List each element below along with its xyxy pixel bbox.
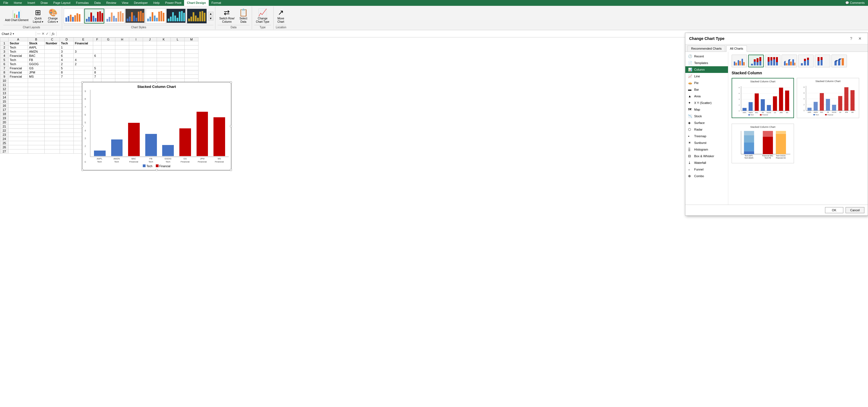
row-header[interactable]: 14 xyxy=(0,95,9,99)
sidebar-item-box-whisker[interactable]: ⊟ Box & Whisker xyxy=(685,153,728,159)
tab-page-layout[interactable]: Page Layout xyxy=(51,0,73,6)
chart-style-thumb-1[interactable] xyxy=(64,9,84,24)
row-header[interactable]: 10 xyxy=(0,79,9,83)
resize-handle-bm[interactable] xyxy=(156,169,158,171)
name-box-dropdown-icon[interactable]: ▾ xyxy=(13,32,14,35)
table-cell[interactable]: Financial xyxy=(9,74,28,79)
table-cell[interactable] xyxy=(185,66,198,70)
table-cell[interactable] xyxy=(44,50,60,54)
row-header[interactable]: 21 xyxy=(0,124,9,129)
sidebar-item-templates[interactable]: 📄 Templates xyxy=(685,60,728,66)
table-cell[interactable] xyxy=(74,45,93,50)
table-cell[interactable]: Financial xyxy=(74,41,93,45)
table-cell[interactable] xyxy=(44,54,60,58)
table-cell[interactable] xyxy=(60,83,74,87)
table-cell[interactable]: 2 xyxy=(60,62,74,66)
table-cell[interactable] xyxy=(101,70,115,74)
table-cell[interactable] xyxy=(185,41,198,45)
table-cell[interactable] xyxy=(44,66,60,70)
sidebar-item-area[interactable]: ▲ Area xyxy=(685,93,728,99)
table-cell[interactable] xyxy=(60,99,74,104)
col-header-d[interactable]: D xyxy=(60,38,74,41)
name-box[interactable]: Chart 2 ▾ xyxy=(0,32,36,36)
table-cell[interactable] xyxy=(28,99,44,104)
table-cell[interactable] xyxy=(28,95,44,99)
sidebar-item-sunburst[interactable]: ☀ Sunburst xyxy=(685,139,728,146)
table-cell[interactable] xyxy=(129,58,143,62)
row-header[interactable]: 12 xyxy=(0,87,9,91)
table-cell[interactable] xyxy=(93,58,101,62)
table-cell[interactable] xyxy=(185,58,198,62)
table-cell[interactable] xyxy=(9,145,28,150)
table-cell[interactable] xyxy=(171,62,185,66)
table-cell[interactable] xyxy=(60,79,74,83)
table-cell[interactable] xyxy=(101,66,115,70)
table-cell[interactable]: 4 xyxy=(74,58,93,62)
table-cell[interactable] xyxy=(60,95,74,99)
tab-formulas[interactable]: Formulas xyxy=(73,0,92,6)
add-chart-element-button[interactable]: 📊 Add Chart Element xyxy=(3,9,30,23)
table-cell[interactable]: AMZN xyxy=(28,50,44,54)
resize-handle-tr[interactable] xyxy=(230,81,232,84)
table-cell[interactable] xyxy=(60,133,74,137)
table-cell[interactable] xyxy=(44,137,60,141)
table-cell[interactable] xyxy=(185,70,198,74)
col-header-i[interactable]: I xyxy=(129,38,143,41)
col-header-m[interactable]: M xyxy=(185,38,198,41)
table-cell[interactable] xyxy=(171,50,185,54)
dialog-close-button[interactable]: ✕ xyxy=(856,36,864,41)
table-cell[interactable] xyxy=(28,145,44,150)
chart-style-thumb-5[interactable] xyxy=(146,9,166,24)
tab-help[interactable]: Help xyxy=(151,0,162,6)
table-cell[interactable] xyxy=(101,58,115,62)
col-header-c[interactable]: C xyxy=(44,38,60,41)
tab-home[interactable]: Home xyxy=(11,0,25,6)
table-cell[interactable] xyxy=(171,45,185,50)
table-cell[interactable]: Financial xyxy=(9,70,28,74)
table-cell[interactable]: AAPL xyxy=(28,45,44,50)
dialog-tab-all-charts[interactable]: All Charts xyxy=(726,45,747,52)
table-cell[interactable] xyxy=(115,62,129,66)
table-cell[interactable] xyxy=(101,41,115,45)
table-cell[interactable]: Tech xyxy=(9,58,28,62)
table-cell[interactable] xyxy=(74,74,93,79)
table-cell[interactable] xyxy=(101,54,115,58)
chart-type-thumb-clustered[interactable] xyxy=(732,55,747,67)
table-cell[interactable] xyxy=(60,129,74,133)
table-cell[interactable] xyxy=(28,91,44,95)
table-cell[interactable] xyxy=(129,74,143,79)
table-cell[interactable] xyxy=(129,70,143,74)
sidebar-item-recent[interactable]: 🕐 Recent xyxy=(685,53,728,60)
table-cell[interactable] xyxy=(74,70,93,74)
sidebar-item-surface[interactable]: ◈ Surface xyxy=(685,120,728,126)
row-header[interactable]: 24 xyxy=(0,137,9,141)
table-cell[interactable] xyxy=(44,74,60,79)
row-header[interactable]: 3 xyxy=(0,50,9,54)
table-cell[interactable] xyxy=(9,137,28,141)
table-cell[interactable] xyxy=(28,104,44,108)
table-cell[interactable] xyxy=(171,70,185,74)
table-cell[interactable] xyxy=(60,124,74,129)
table-cell[interactable] xyxy=(185,50,198,54)
chart-style-thumb-2[interactable] xyxy=(84,9,104,24)
chart-type-thumb-stacked[interactable] xyxy=(748,55,764,67)
row-header[interactable]: 7 xyxy=(0,66,9,70)
dialog-ok-button[interactable]: OK xyxy=(825,207,843,213)
table-cell[interactable] xyxy=(115,66,129,70)
table-cell[interactable] xyxy=(9,141,28,145)
chart-type-thumb-3d-clustered[interactable] xyxy=(781,55,797,67)
chart-style-thumb-7[interactable] xyxy=(187,9,207,24)
more-options-icon[interactable]: ⋯ xyxy=(37,32,40,36)
table-cell[interactable] xyxy=(9,104,28,108)
table-cell[interactable] xyxy=(185,62,198,66)
table-cell[interactable] xyxy=(101,45,115,50)
table-cell[interactable] xyxy=(44,58,60,62)
col-header-h[interactable]: H xyxy=(115,38,129,41)
table-cell[interactable] xyxy=(28,124,44,129)
table-cell[interactable]: Number xyxy=(44,41,60,45)
table-cell[interactable] xyxy=(93,62,101,66)
table-cell[interactable] xyxy=(115,50,129,54)
table-cell[interactable] xyxy=(44,99,60,104)
row-header[interactable]: 8 xyxy=(0,70,9,74)
table-cell[interactable] xyxy=(185,54,198,58)
